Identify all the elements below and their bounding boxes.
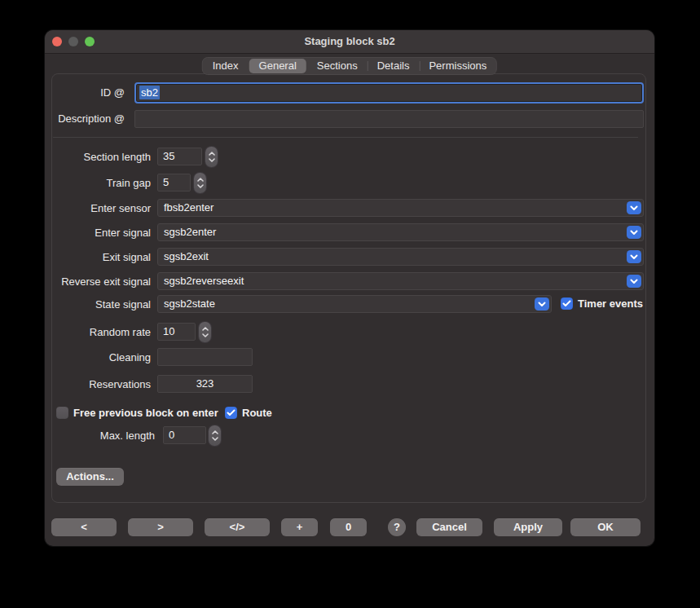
exit-signal-label: Exit signal bbox=[45, 249, 151, 267]
help-button[interactable]: ? bbox=[388, 518, 406, 536]
tab-index[interactable]: Index bbox=[203, 58, 249, 74]
section-length-label: Section length bbox=[45, 148, 151, 166]
description-label: Description @ bbox=[45, 110, 125, 128]
route-label: Route bbox=[242, 404, 272, 422]
reservations-label: Reservations bbox=[45, 376, 151, 394]
tab-permissions[interactable]: Permissions bbox=[419, 58, 496, 74]
id-input[interactable]: sb2 bbox=[134, 82, 644, 104]
id-label: ID @ bbox=[45, 84, 125, 102]
max-length-label: Max. length bbox=[45, 427, 155, 445]
state-signal-label: State signal bbox=[45, 296, 151, 314]
cleaning-input[interactable] bbox=[157, 348, 253, 366]
timer-events-label: Timer events bbox=[578, 295, 643, 313]
zero-button[interactable]: 0 bbox=[330, 518, 367, 536]
enter-sensor-combobox[interactable]: fbsb2enter bbox=[157, 199, 644, 217]
enter-sensor-label: Enter sensor bbox=[45, 200, 151, 218]
section-length-input[interactable]: 35 bbox=[157, 148, 202, 165]
random-rate-stepper[interactable] bbox=[199, 322, 211, 342]
section-divider bbox=[53, 137, 638, 138]
free-previous-block-checkbox[interactable] bbox=[56, 407, 68, 419]
minimize-window-button[interactable] bbox=[68, 37, 78, 46]
apply-button[interactable]: Apply bbox=[494, 518, 562, 536]
cancel-button[interactable]: Cancel bbox=[416, 518, 482, 536]
max-length-stepper[interactable] bbox=[209, 425, 221, 446]
state-signal-value: sgsb2state bbox=[164, 297, 215, 310]
stepper-up-icon[interactable] bbox=[212, 430, 218, 434]
add-button[interactable]: + bbox=[281, 518, 318, 536]
random-rate-label: Random rate bbox=[45, 324, 151, 341]
exit-signal-combobox[interactable]: sgsb2exit bbox=[157, 248, 644, 266]
tab-bar: Index General Sections Details Permissio… bbox=[202, 57, 497, 75]
train-gap-input[interactable]: 5 bbox=[157, 174, 191, 192]
tab-general[interactable]: General bbox=[249, 59, 306, 73]
random-rate-input[interactable]: 10 bbox=[157, 323, 196, 341]
route-checkbox[interactable] bbox=[225, 407, 237, 419]
check-icon bbox=[227, 409, 236, 416]
chevron-down-icon[interactable] bbox=[627, 275, 641, 288]
actions-button[interactable]: Actions... bbox=[56, 468, 124, 486]
ok-button[interactable]: OK bbox=[570, 518, 641, 536]
tab-sections[interactable]: Sections bbox=[307, 58, 368, 74]
stepper-down-icon[interactable] bbox=[197, 184, 204, 188]
chevron-down-icon[interactable] bbox=[627, 226, 641, 239]
tab-details[interactable]: Details bbox=[368, 58, 420, 74]
window-title: Staging block sb2 bbox=[45, 30, 654, 53]
stepper-down-icon[interactable] bbox=[202, 333, 209, 337]
reverse-exit-signal-label: Reverse exit signal bbox=[45, 273, 151, 291]
reverse-exit-signal-value: sgsb2reverseexit bbox=[164, 275, 244, 287]
description-input[interactable] bbox=[134, 110, 644, 128]
free-previous-block-label: Free previous block on enter bbox=[73, 404, 218, 422]
exit-signal-value: sgsb2exit bbox=[164, 250, 209, 262]
enter-sensor-value: fbsb2enter bbox=[164, 201, 214, 214]
chevron-down-icon[interactable] bbox=[627, 250, 641, 263]
stepper-down-icon[interactable] bbox=[212, 437, 218, 441]
staging-block-dialog: Staging block sb2 Index General Sections… bbox=[45, 30, 654, 546]
stepper-up-icon[interactable] bbox=[202, 327, 209, 331]
reverse-exit-signal-combobox[interactable]: sgsb2reverseexit bbox=[157, 272, 644, 290]
max-length-input[interactable]: 0 bbox=[163, 426, 206, 444]
enter-signal-combobox[interactable]: sgsb2enter bbox=[157, 223, 644, 241]
next-button[interactable]: > bbox=[128, 518, 193, 536]
reservations-input[interactable]: 323 bbox=[157, 375, 253, 393]
train-gap-label: Train gap bbox=[45, 174, 151, 192]
chevron-down-icon[interactable] bbox=[627, 201, 641, 214]
stepper-up-icon[interactable] bbox=[209, 152, 215, 156]
state-signal-combobox[interactable]: sgsb2state bbox=[157, 295, 552, 313]
cleaning-label: Cleaning bbox=[45, 349, 151, 367]
enter-signal-label: Enter signal bbox=[45, 224, 151, 242]
chevron-down-icon[interactable] bbox=[535, 297, 549, 311]
section-length-stepper[interactable] bbox=[205, 147, 218, 167]
train-gap-stepper[interactable] bbox=[194, 173, 206, 193]
traffic-lights bbox=[52, 37, 95, 46]
timer-events-checkbox[interactable] bbox=[561, 297, 573, 310]
xml-button[interactable]: </> bbox=[205, 518, 270, 536]
title-bar[interactable]: Staging block sb2 bbox=[45, 30, 654, 54]
enter-signal-value: sgsb2enter bbox=[164, 226, 216, 238]
check-icon bbox=[562, 300, 571, 307]
zoom-window-button[interactable] bbox=[85, 37, 95, 46]
previous-button[interactable]: < bbox=[51, 518, 117, 536]
close-window-button[interactable] bbox=[52, 37, 62, 46]
stepper-up-icon[interactable] bbox=[197, 178, 204, 182]
stepper-down-icon[interactable] bbox=[209, 158, 215, 162]
id-selected-text: sb2 bbox=[139, 86, 160, 99]
